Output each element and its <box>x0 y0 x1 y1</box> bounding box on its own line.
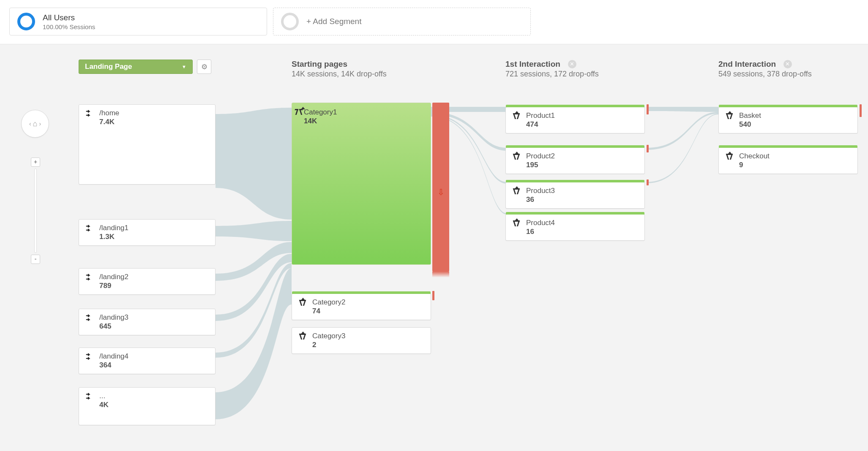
column-landing: Landing Page ▼ ⚙ <box>79 60 222 82</box>
split-icon <box>85 224 94 232</box>
node-name: Product3 <box>526 187 555 195</box>
split-icon <box>85 392 94 400</box>
node-name: Category1 <box>304 108 337 117</box>
node-name: Product2 <box>526 152 555 160</box>
node-value: 1.3K <box>99 233 128 241</box>
add-segment-circle-icon <box>281 13 299 30</box>
dropoff-bar-category1: ⇩ <box>432 103 449 272</box>
column-close-button[interactable]: ✕ <box>783 60 792 68</box>
column-interaction2: 2nd Interaction ✕ 549 sessions, 378 drop… <box>718 60 868 84</box>
dimension-label: Landing Page <box>85 62 132 71</box>
node-name: Checkout <box>739 152 770 160</box>
split-icon <box>85 352 94 361</box>
merge-icon <box>298 298 307 307</box>
merge-icon <box>512 152 521 161</box>
merge-icon <box>512 187 521 196</box>
merge-icon <box>298 332 307 341</box>
column-subtitle: 549 sessions, 378 drop-offs <box>718 70 868 79</box>
gear-icon: ⚙ <box>201 62 207 71</box>
add-segment-label: + Add Segment <box>306 17 361 26</box>
node-name: /landing4 <box>99 352 128 361</box>
node-value: 645 <box>99 322 128 331</box>
nav-home-cluster: ‹ ⌂ › <box>21 110 49 138</box>
dimension-select[interactable]: Landing Page ▼ <box>79 60 193 74</box>
column-starting: Starting pages 14K sessions, 14K drop-of… <box>292 60 444 84</box>
dropoff-tick <box>860 104 862 117</box>
merge-icon <box>512 219 521 228</box>
node-value: 36 <box>526 196 555 204</box>
landing-node-landing1[interactable]: /landing11.3K <box>79 219 216 246</box>
nav-home-button[interactable]: ‹ ⌂ › <box>21 110 49 138</box>
node-name: Product1 <box>526 111 555 120</box>
interaction1-node-product1[interactable]: Product1474 <box>505 107 645 133</box>
home-icon[interactable]: ⌂ <box>32 120 38 128</box>
dimension-settings-button[interactable]: ⚙ <box>197 60 211 74</box>
landing-node-landing3[interactable]: /landing3645 <box>79 309 216 335</box>
starting-node-category1[interactable]: Category114K <box>292 103 431 265</box>
column-interaction1: 1st Interaction ✕ 721 sessions, 172 drop… <box>505 60 658 84</box>
dropoff-tick <box>647 145 649 152</box>
dropoff-arrow-icon: ⇩ <box>437 187 445 197</box>
node-value: 7.4K <box>99 118 119 126</box>
column-subtitle: 14K sessions, 14K drop-offs <box>292 70 444 79</box>
node-value: 16 <box>526 228 555 236</box>
landing-node-other[interactable]: ...4K <box>79 387 216 425</box>
node-value: 540 <box>739 120 761 129</box>
interaction1-node-product2[interactable]: Product2195 <box>505 147 645 174</box>
dropoff-tick <box>647 104 649 114</box>
interaction1-node-product4[interactable]: Product416 <box>505 214 645 241</box>
zoom-in-button[interactable]: + <box>31 158 40 167</box>
split-icon <box>85 313 94 322</box>
interaction1-node-product3[interactable]: Product336 <box>505 182 645 209</box>
node-name: /landing3 <box>99 313 128 322</box>
node-name: Category2 <box>312 298 345 307</box>
landing-node-landing4[interactable]: /landing4364 <box>79 348 216 374</box>
node-value: 474 <box>526 120 555 129</box>
node-value: 789 <box>99 282 128 290</box>
split-icon <box>85 273 94 281</box>
column-title: Starting pages <box>292 60 347 69</box>
nav-prev-icon[interactable]: ‹ <box>28 120 32 127</box>
node-name: Product4 <box>526 219 555 227</box>
node-name: /home <box>99 109 119 117</box>
landing-node-home[interactable]: /home7.4K <box>79 104 216 185</box>
caret-down-icon: ▼ <box>182 64 186 69</box>
column-title: 2nd Interaction <box>718 60 776 69</box>
landing-node-landing2[interactable]: /landing2789 <box>79 268 216 295</box>
column-close-button[interactable]: ✕ <box>568 60 576 68</box>
node-value: 74 <box>312 307 345 315</box>
merge-icon <box>725 152 734 161</box>
node-value: 2 <box>312 341 345 349</box>
node-name: Basket <box>739 111 761 120</box>
split-icon <box>85 109 94 117</box>
node-value: 4K <box>99 401 109 409</box>
segment-title: All Users <box>43 13 95 22</box>
interaction2-node-checkout[interactable]: Checkout9 <box>718 147 858 174</box>
zoom-out-button[interactable]: - <box>31 255 40 264</box>
node-value: 9 <box>739 161 770 169</box>
merge-icon <box>512 111 521 121</box>
nav-next-icon[interactable]: › <box>38 120 42 127</box>
dropoff-tick <box>432 291 434 300</box>
zoom-rail[interactable] <box>34 168 37 253</box>
node-value: 364 <box>99 361 128 369</box>
node-name: /landing2 <box>99 273 128 281</box>
add-segment-button[interactable]: + Add Segment <box>273 8 531 35</box>
segment-all-users[interactable]: All Users 100.00% Sessions <box>9 8 267 35</box>
column-subtitle: 721 sessions, 172 drop-offs <box>505 70 658 79</box>
node-name: Category3 <box>312 332 345 340</box>
starting-node-category3[interactable]: Category32 <box>292 327 431 354</box>
flow-canvas[interactable]: ‹ ⌂ › + - Landing Page ▼ <box>0 44 868 451</box>
node-value: 14K <box>304 117 337 125</box>
zoom-control: + - <box>31 158 40 264</box>
starting-node-category2[interactable]: Category274 <box>292 293 431 320</box>
node-name: ... <box>99 392 109 400</box>
node-name: /landing1 <box>99 224 128 232</box>
node-value: 195 <box>526 161 555 169</box>
dropoff-tick <box>647 179 649 185</box>
interaction2-node-basket[interactable]: Basket540 <box>718 107 858 133</box>
column-title: 1st Interaction <box>505 60 560 69</box>
merge-icon <box>725 111 734 121</box>
segment-circle-icon <box>17 13 35 30</box>
segment-bar: All Users 100.00% Sessions + Add Segment <box>0 0 868 44</box>
